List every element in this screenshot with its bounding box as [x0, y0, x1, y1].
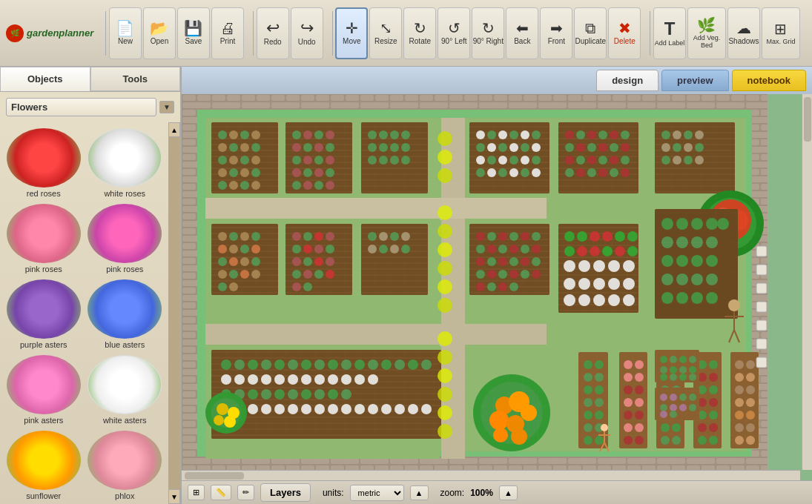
svg-point-484: [438, 331, 452, 346]
back-icon: ⬅: [516, 21, 529, 36]
list-item[interactable]: phlox: [88, 431, 163, 500]
svg-point-486: [438, 368, 452, 383]
design-tabs: design preview notebook: [182, 67, 812, 94]
rotate-right-button[interactable]: ↻ 90° Right: [472, 7, 504, 59]
svg-point-488: [438, 405, 452, 420]
red-roses-img: [7, 128, 81, 188]
units-select[interactable]: metric imperial: [350, 485, 404, 501]
svg-point-475: [438, 131, 452, 146]
max-grid-button[interactable]: ⊞ Max. Grid: [762, 7, 800, 59]
units-label: units:: [323, 488, 344, 498]
undo-icon: ↪: [300, 20, 314, 36]
list-item[interactable]: pink roses: [6, 204, 82, 273]
purple-asters-label: purple asters: [20, 340, 67, 349]
redo-button[interactable]: ↩ Redo: [257, 7, 289, 59]
svg-point-479: [438, 224, 452, 239]
sunflower-label: sunflower: [26, 491, 61, 500]
pink-roses-1-img: [7, 204, 81, 263]
svg-point-481: [438, 261, 452, 276]
bottom-bar: ⊞ 📏 ✏ Layers units: metric imperial ▲ zo…: [182, 480, 812, 504]
horizontal-scrollbar[interactable]: [182, 470, 800, 480]
list-item[interactable]: purple asters: [6, 279, 82, 349]
white-asters-img: [88, 355, 162, 414]
vertical-scrollbar[interactable]: [802, 94, 812, 470]
tab-notebook[interactable]: notebook: [732, 70, 807, 91]
tab-preview[interactable]: preview: [661, 70, 728, 91]
objects-area: red roses white roses pink roses: [0, 122, 180, 504]
toolbar: 🌿 gardenplanner 📄 New 📂 Open 💾 Save 🖨 Pr…: [0, 0, 812, 67]
svg-point-478: [438, 205, 452, 220]
white-roses-img: [88, 128, 162, 188]
pink-roses-1-label: pink roses: [25, 265, 62, 273]
move-button[interactable]: ✛ Move: [335, 7, 368, 59]
add-label-button[interactable]: T Add Label: [653, 7, 686, 59]
svg-point-487: [438, 387, 452, 402]
category-selector: Flowers Trees Shrubs Vegetables Structur…: [6, 98, 174, 116]
objects-content: red roses white roses pink roses: [0, 122, 168, 504]
scroll-track: [168, 137, 180, 489]
dropdown-arrow-icon[interactable]: ▼: [159, 101, 174, 113]
front-button[interactable]: ➡ Front: [540, 7, 572, 59]
rotate-button[interactable]: ↻ Rotate: [403, 7, 436, 59]
units-arrow-button[interactable]: ▲: [410, 485, 429, 500]
main-layout: Objects Tools Flowers Trees Shrubs Veget…: [0, 67, 812, 504]
delete-button[interactable]: ✖ Delete: [608, 7, 641, 59]
print-icon: 🖨: [220, 21, 235, 36]
back-button[interactable]: ⬅ Back: [506, 7, 538, 59]
pen-icon-button[interactable]: ✏: [237, 485, 254, 500]
rotate-left-button[interactable]: ↺ 90° Left: [438, 7, 470, 59]
new-button[interactable]: 📄 New: [109, 7, 142, 59]
tab-design[interactable]: design: [596, 70, 658, 91]
shadows-button[interactable]: ☁ Shadows: [727, 7, 760, 59]
list-item[interactable]: sunflower: [6, 431, 82, 500]
garden-svg: [182, 94, 768, 472]
zoom-label: zoom:: [440, 488, 465, 498]
rotate-icon: ↻: [414, 21, 426, 36]
delete-icon: ✖: [618, 21, 631, 36]
phlox-img: [88, 431, 162, 490]
sunflower-img: [7, 431, 81, 490]
open-button[interactable]: 📂 Open: [143, 7, 176, 59]
blue-asters-img: [88, 279, 162, 339]
svg-point-489: [438, 424, 452, 439]
left-panel: Objects Tools Flowers Trees Shrubs Veget…: [0, 67, 182, 504]
white-asters-label: white asters: [103, 416, 147, 425]
undo-button[interactable]: ↪ Undo: [291, 7, 323, 59]
blue-asters-label: blue asters: [105, 340, 145, 349]
resize-button[interactable]: ⤡ Resize: [369, 7, 402, 59]
zoom-arrow-button[interactable]: ▲: [499, 485, 518, 500]
pink-asters-label: pink asters: [24, 416, 63, 425]
tab-objects[interactable]: Objects: [0, 67, 90, 91]
layers-button[interactable]: Layers: [260, 483, 311, 502]
add-veg-bed-button[interactable]: 🌿 Add Veg. Bed: [687, 7, 726, 59]
save-button[interactable]: 💾 Save: [177, 7, 210, 59]
rotate-left-icon: ↺: [448, 21, 461, 36]
list-item[interactable]: pink roses: [88, 204, 163, 273]
print-button[interactable]: 🖨 Print: [211, 7, 244, 59]
list-item[interactable]: white asters: [88, 355, 163, 425]
canvas-scroll[interactable]: [182, 94, 812, 480]
duplicate-button[interactable]: ⧉ Duplicate: [574, 7, 607, 59]
list-item[interactable]: white roses: [88, 128, 163, 198]
transform-tools: ✛ Move ⤡ Resize ↻ Rotate ↺ 90° Left ↻ 90…: [335, 7, 641, 59]
scroll-up-button[interactable]: ▲: [168, 122, 180, 137]
tab-tools[interactable]: Tools: [90, 67, 181, 91]
purple-asters-img: [7, 279, 81, 339]
open-icon: 📂: [150, 21, 168, 36]
scroll-down-button[interactable]: ▼: [168, 489, 180, 504]
svg-point-480: [438, 242, 452, 257]
save-icon: 💾: [184, 21, 202, 36]
grid-icon-button[interactable]: ⊞: [188, 485, 205, 500]
list-item[interactable]: pink asters: [6, 355, 82, 425]
category-dropdown[interactable]: Flowers Trees Shrubs Vegetables Structur…: [6, 98, 156, 116]
left-panel-scrollbar[interactable]: ▲ ▼: [168, 122, 180, 504]
resize-icon: ⤡: [380, 21, 392, 36]
file-tools: 📄 New 📂 Open 💾 Save 🖨 Print: [109, 7, 244, 59]
zoom-value: 100%: [470, 488, 493, 498]
list-item[interactable]: blue asters: [88, 279, 163, 349]
ruler-icon-button[interactable]: 📏: [211, 485, 231, 500]
duplicate-icon: ⧉: [585, 21, 595, 36]
list-item[interactable]: red roses: [6, 128, 82, 198]
white-roses-label: white roses: [104, 189, 145, 198]
svg-point-485: [438, 350, 452, 365]
